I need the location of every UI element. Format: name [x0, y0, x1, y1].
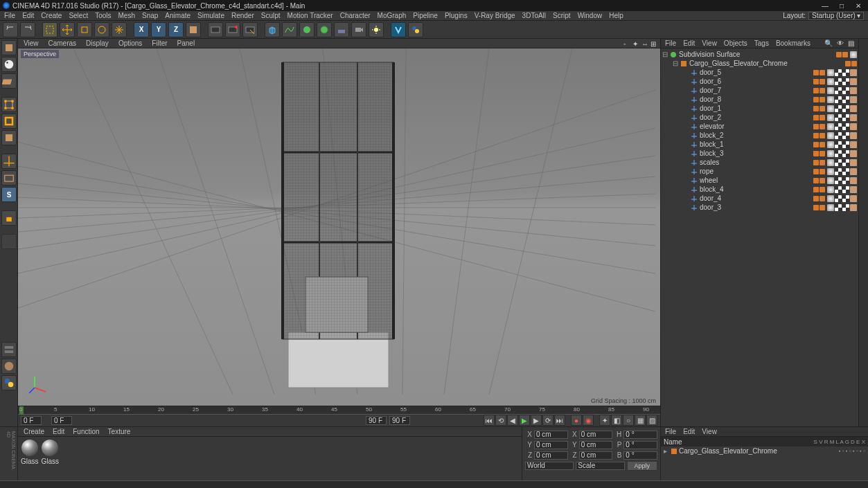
- mat-menu-texture[interactable]: Texture: [108, 428, 131, 435]
- vis-render-dot[interactable]: [820, 151, 825, 156]
- tree-row-block-1[interactable]: block_1: [662, 140, 857, 149]
- tree-row-block-3[interactable]: block_3: [662, 149, 857, 158]
- world-dropdown[interactable]: World: [525, 462, 574, 470]
- vis-render-dot[interactable]: [820, 142, 825, 147]
- enable-axis[interactable]: [1, 154, 17, 169]
- vis-editor-dot[interactable]: [813, 124, 819, 129]
- viewport-solo[interactable]: [1, 170, 17, 186]
- menu-simulate[interactable]: Simulate: [197, 12, 224, 19]
- vis-render-dot[interactable]: [842, 52, 848, 57]
- vis-editor-dot[interactable]: [813, 115, 819, 120]
- spline-primitive[interactable]: [282, 22, 297, 37]
- script-button[interactable]: [408, 22, 423, 37]
- menu-mesh[interactable]: Mesh: [118, 12, 135, 19]
- menu-v-ray-bridge[interactable]: V-Ray Bridge: [475, 12, 515, 19]
- tree-row-elevator[interactable]: elevator: [662, 122, 857, 131]
- vp-menu-filter[interactable]: Filter: [152, 39, 167, 47]
- vis-render-dot[interactable]: [820, 124, 825, 129]
- tags[interactable]: [827, 177, 857, 184]
- size-x-field[interactable]: 0 cm: [579, 431, 613, 439]
- tree-row-door-5[interactable]: door_5: [662, 68, 857, 77]
- attr-menu-view[interactable]: View: [702, 428, 717, 435]
- vis-editor-dot[interactable]: [813, 187, 819, 192]
- timeline-end-field[interactable]: 90 F: [389, 416, 410, 425]
- key-rot-button[interactable]: ○: [623, 415, 634, 426]
- render-settings-button[interactable]: [242, 22, 258, 37]
- size-y-field[interactable]: 0 cm: [579, 441, 613, 449]
- menu-motion-tracker[interactable]: Motion Tracker: [287, 12, 333, 19]
- menu-plugins[interactable]: Plugins: [445, 12, 468, 19]
- object-tree[interactable]: ⊟Subdivision Surface⊟Cargo_Glass_Elevato…: [661, 48, 858, 426]
- coord-system-button[interactable]: [186, 22, 201, 37]
- apply-button[interactable]: Apply: [627, 461, 658, 471]
- timeline-preview-end-field[interactable]: 90 F: [366, 416, 387, 425]
- render-pv-button[interactable]: [225, 22, 240, 37]
- rot-p-field[interactable]: 0 °: [623, 441, 657, 449]
- record-button[interactable]: ●: [571, 415, 582, 426]
- tags[interactable]: [827, 186, 857, 193]
- texture-mode[interactable]: [1, 57, 17, 72]
- deformer-button[interactable]: [317, 22, 332, 37]
- scale-dropdown[interactable]: Scale: [576, 462, 624, 470]
- vis-editor-dot[interactable]: [813, 106, 819, 111]
- menu-pipeline[interactable]: Pipeline: [413, 12, 438, 19]
- tags[interactable]: [827, 96, 857, 103]
- python-button[interactable]: [1, 375, 17, 390]
- obj-menu-edit[interactable]: Edit: [683, 39, 695, 47]
- vis-editor-dot[interactable]: [836, 52, 842, 57]
- x-axis-button[interactable]: X: [134, 22, 149, 37]
- tags[interactable]: [827, 123, 857, 130]
- render-view-button[interactable]: [208, 22, 223, 37]
- tree-row-door-2[interactable]: door_2: [662, 113, 857, 122]
- timeline-current-field[interactable]: 0 F: [51, 416, 72, 425]
- tree-row-door-4[interactable]: door_4: [662, 194, 857, 203]
- tab-attributes[interactable]: [859, 39, 868, 80]
- tree-row-cargo-glass-elevator-chrome[interactable]: ⊟Cargo_Glass_Elevator_Chrome: [662, 59, 857, 68]
- tree-row-door-7[interactable]: door_7: [662, 86, 857, 95]
- goto-start-button[interactable]: ⏮: [484, 415, 495, 426]
- vis-editor-dot[interactable]: [813, 79, 819, 84]
- vis-editor-dot[interactable]: [813, 142, 819, 147]
- vis-editor-dot[interactable]: [813, 70, 819, 75]
- menu-tools[interactable]: Tools: [95, 12, 111, 19]
- expand-icon[interactable]: ⊟: [673, 60, 678, 67]
- rot-b-field[interactable]: 0 °: [623, 451, 657, 460]
- select-tool[interactable]: [42, 22, 57, 37]
- timeline-start-field[interactable]: 0 F: [21, 416, 42, 425]
- material-manager[interactable]: GlassGlass: [18, 437, 522, 480]
- tags[interactable]: [827, 159, 857, 166]
- generator-button[interactable]: [299, 22, 315, 37]
- minimize-button[interactable]: —: [821, 1, 829, 10]
- viewport[interactable]: Perspective: [18, 48, 660, 406]
- autokey-button[interactable]: ◉: [583, 415, 594, 426]
- tree-row-rope[interactable]: rope: [662, 167, 857, 176]
- tree-row-subdivision-surface[interactable]: ⊟Subdivision Surface: [662, 50, 857, 59]
- vis-render-dot[interactable]: [820, 169, 825, 174]
- attr-menu-file[interactable]: File: [665, 428, 676, 435]
- vis-editor-dot[interactable]: [845, 61, 851, 66]
- key-scale-button[interactable]: ◧: [611, 415, 622, 426]
- undo-button[interactable]: [3, 22, 18, 37]
- vis-render-dot[interactable]: [820, 187, 825, 192]
- tree-row-wheel[interactable]: wheel: [662, 176, 857, 185]
- attr-item-row[interactable]: ▸ Cargo_Glass_Elevator_Chrome ▪ ▫ ▪ ▫ ▪ …: [661, 446, 868, 455]
- tags[interactable]: [827, 204, 857, 211]
- vis-editor-dot[interactable]: [813, 151, 819, 156]
- tags[interactable]: [827, 69, 857, 76]
- vis-render-dot[interactable]: [820, 97, 825, 102]
- camera-button[interactable]: [351, 22, 366, 37]
- obj-filter-icon[interactable]: ▤: [848, 39, 854, 47]
- prev-frame-button[interactable]: ◀: [507, 415, 518, 426]
- vp-nav4-icon[interactable]: ⊞: [650, 40, 657, 47]
- size-z-field[interactable]: 0 cm: [579, 451, 613, 460]
- vis-render-dot[interactable]: [820, 196, 825, 201]
- tags[interactable]: [827, 168, 857, 175]
- tree-row-block-4[interactable]: block_4: [662, 185, 857, 194]
- obj-menu-view[interactable]: View: [702, 39, 717, 47]
- vis-render-dot[interactable]: [820, 70, 825, 75]
- obj-menu-objects[interactable]: Objects: [724, 39, 747, 47]
- tags[interactable]: [827, 141, 857, 148]
- rotate-tool[interactable]: [94, 22, 109, 37]
- vp-menu-display[interactable]: Display: [86, 39, 109, 47]
- vis-render-dot[interactable]: [820, 79, 825, 84]
